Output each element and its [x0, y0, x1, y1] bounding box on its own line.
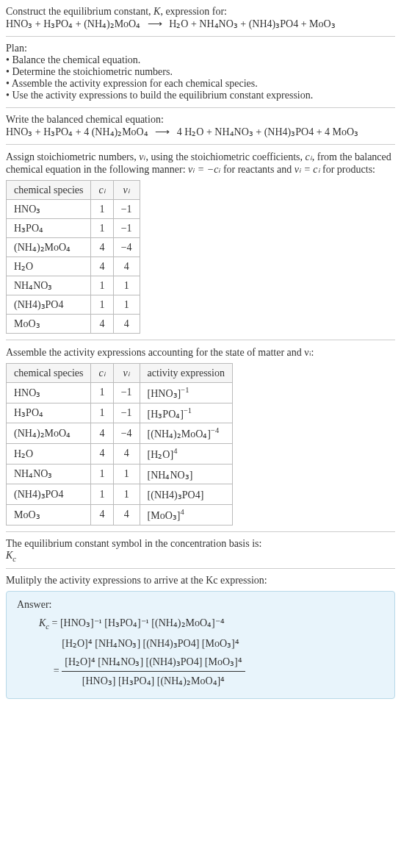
plan-item: • Determine the stoichiometric numbers.	[6, 66, 395, 78]
cell-activity: [H₂O]4	[140, 443, 232, 464]
plan-heading: Plan:	[6, 43, 395, 54]
cell-species: (NH₄)₂MoO₄	[7, 238, 91, 257]
table-row: (NH₄)₂MoO₄4−4	[7, 238, 140, 257]
cell-nu: 1	[113, 464, 140, 484]
cell-nu: −1	[113, 219, 140, 238]
divider	[6, 144, 395, 145]
unbalanced-equation: HNO₃ + H₃PO₄ + (NH₄)₂MoO₄ ⟶ H₂O + NH₄NO₃…	[6, 18, 336, 29]
cell-ci: 1	[91, 403, 113, 423]
plan-item-text: Balance the chemical equation.	[12, 54, 140, 65]
table-header-row: chemical species cᵢ νᵢ activity expressi…	[7, 364, 233, 383]
cell-nu: −1	[113, 200, 140, 219]
cell-activity: [NH₄NO₃]	[140, 464, 232, 484]
relation: νᵢ = −cᵢ	[188, 164, 220, 175]
divider	[6, 107, 395, 108]
cell-nu: −4	[113, 238, 140, 257]
assemble-text: Assemble the activity expressions accoun…	[6, 346, 395, 359]
eq-rhs: H₂O + NH₄NO₃ + (NH4)₃PO4 + MoO₃	[169, 18, 335, 29]
symbol-text: The equilibrium constant symbol in the c…	[6, 538, 395, 550]
cell-nu: −1	[113, 383, 140, 403]
cell-ci: 1	[91, 219, 113, 238]
arrow-icon: ⟶	[151, 126, 174, 137]
divider	[6, 531, 395, 532]
cell-ci: 1	[91, 484, 113, 505]
answer-label: Answer:	[17, 599, 384, 611]
divider	[6, 340, 395, 340]
multiply-text: Mulitply the activity expressions to arr…	[6, 575, 395, 587]
plan-item-text: Assemble the activity expression for eac…	[12, 78, 258, 89]
col-ci: cᵢ	[91, 181, 113, 200]
relation: νᵢ = cᵢ	[295, 164, 320, 175]
expr-line2: [H₂O]⁴ [NH₄NO₃] [(NH4)₃PO4] [MoO₃]⁴	[62, 638, 239, 649]
eq-lhs: HNO₃ + H₃PO₄ + 4 (NH₄)₂MoO₄	[6, 126, 148, 137]
fraction-numerator: [H₂O]⁴ [NH₄NO₃] [(NH4)₃PO4] [MoO₃]⁴	[62, 653, 245, 672]
cell-species: MoO₃	[7, 504, 91, 525]
cell-activity: [MoO₃]4	[140, 504, 232, 525]
cell-species: H₂O	[7, 443, 91, 464]
cell-species: HNO₃	[7, 200, 91, 219]
symbol-section: The equilibrium constant symbol in the c…	[6, 538, 395, 563]
cell-activity: [H₃PO₄]−1	[140, 403, 232, 423]
cell-species: (NH4)₃PO4	[7, 295, 91, 315]
divider	[6, 36, 395, 37]
stoichiometry-table: chemical species cᵢ νᵢ HNO₃1−1 H₃PO₄1−1 …	[6, 180, 140, 334]
table-row: H₃PO₄1−1	[7, 219, 140, 238]
answer-equation: Kc = [HNO₃]⁻¹ [H₃PO₄]⁻¹ [(NH₄)₂MoO₄]⁻⁴ K…	[17, 614, 384, 690]
kc-var: Kc	[39, 617, 49, 628]
fraction-denominator: [HNO₃] [H₃PO₄] [(NH₄)₂MoO₄]⁴	[62, 672, 245, 690]
cell-ci: 4	[91, 443, 113, 464]
cell-ci: 1	[91, 276, 113, 295]
table-row: NH₄NO₃11[NH₄NO₃]	[7, 464, 233, 484]
cell-nu: −4	[113, 423, 140, 444]
table-header-row: chemical species cᵢ νᵢ	[7, 181, 140, 200]
cell-ci: 1	[91, 383, 113, 403]
ci-var: cᵢ	[306, 151, 312, 162]
table-row: MoO₃44	[7, 315, 140, 334]
equals: =	[52, 617, 60, 628]
table-row: H₂O44	[7, 257, 140, 276]
activity-table: chemical species cᵢ νᵢ activity expressi…	[6, 363, 233, 526]
col-nu: νᵢ	[113, 181, 140, 200]
text: for products:	[320, 164, 375, 175]
cell-species: H₃PO₄	[7, 219, 91, 238]
kc-symbol: Kc	[6, 550, 395, 563]
balanced-heading: Write the balanced chemical equation:	[6, 114, 395, 126]
cell-nu: 4	[113, 443, 140, 464]
cell-ci: 4	[91, 257, 113, 276]
plan-item-text: Determine the stoichiometric numbers.	[12, 66, 173, 77]
cell-nu: 4	[113, 504, 140, 525]
cell-species: H₃PO₄	[7, 403, 91, 423]
text: Mulitply the activity expressions to arr…	[6, 575, 267, 586]
plan-item: • Use the activity expressions to build …	[6, 90, 395, 101]
cell-ci: 4	[91, 504, 113, 525]
table-row: HNO₃1−1[HNO₃]−1	[7, 383, 233, 403]
cell-ci: 4	[91, 238, 113, 257]
table-row: MoO₃44[MoO₃]4	[7, 504, 233, 525]
cell-species: NH₄NO₃	[7, 464, 91, 484]
cell-nu: 1	[113, 276, 140, 295]
cell-species: H₂O	[7, 257, 91, 276]
cell-species: HNO₃	[7, 383, 91, 403]
cell-nu: 1	[113, 295, 140, 315]
divider	[6, 568, 395, 569]
intro-text-b: , expression for:	[160, 6, 227, 17]
cell-nu: −1	[113, 403, 140, 423]
eq-rhs: 4 H₂O + NH₄NO₃ + (NH4)₃PO4 + 4 MoO₃	[177, 126, 358, 137]
table-row: H₃PO₄1−1[H₃PO₄]−1	[7, 403, 233, 423]
table-row: (NH4)₃PO411[(NH4)₃PO4]	[7, 484, 233, 505]
balanced-equation: HNO₃ + H₃PO₄ + 4 (NH₄)₂MoO₄ ⟶ 4 H₂O + NH…	[6, 126, 358, 137]
cell-activity: [(NH₄)₂MoO₄]−4	[140, 423, 232, 444]
plan-section: Plan: • Balance the chemical equation. •…	[6, 43, 395, 101]
plan-item: • Assemble the activity expression for e…	[6, 78, 395, 90]
cell-ci: 1	[91, 200, 113, 219]
table-row: H₂O44[H₂O]4	[7, 443, 233, 464]
answer-box: Answer: Kc = [HNO₃]⁻¹ [H₃PO₄]⁻¹ [(NH₄)₂M…	[6, 591, 395, 698]
cell-species: MoO₃	[7, 315, 91, 334]
table-row: NH₄NO₃11	[7, 276, 140, 295]
text: Assign stoichiometric numbers,	[6, 151, 139, 162]
expr-line1: [HNO₃]⁻¹ [H₃PO₄]⁻¹ [(NH₄)₂MoO₄]⁻⁴	[60, 617, 225, 628]
cell-species: (NH₄)₂MoO₄	[7, 423, 91, 444]
col-ci: cᵢ	[91, 364, 113, 383]
eq-lhs: HNO₃ + H₃PO₄ + (NH₄)₂MoO₄	[6, 18, 140, 29]
text: , using the stoichiometric coefficients,	[145, 151, 305, 162]
